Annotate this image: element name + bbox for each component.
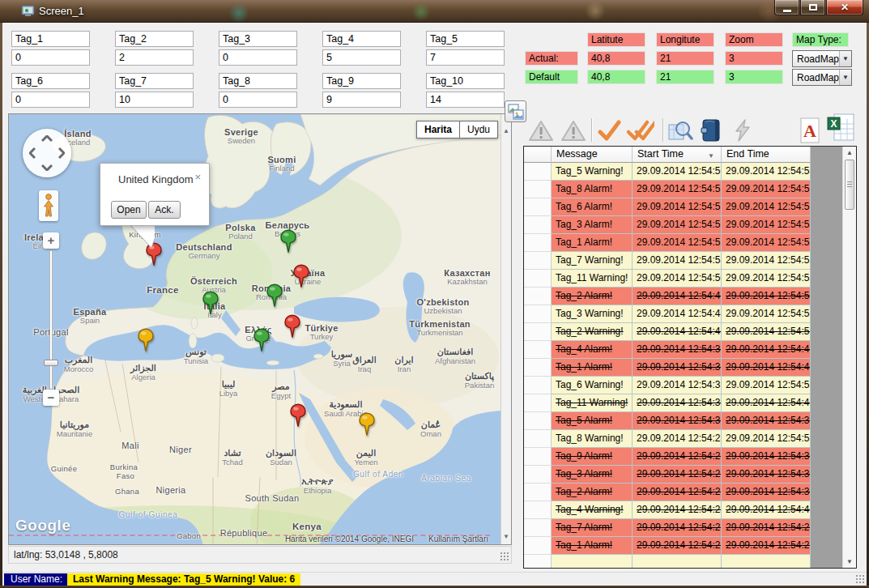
google-logo[interactable]: Google xyxy=(15,517,70,535)
table-row[interactable]: Tag_1 Alarm!29.09.2014 12:54:3829.09.201… xyxy=(524,359,811,377)
pan-left-icon[interactable] xyxy=(29,147,36,159)
pan-down-icon[interactable] xyxy=(41,164,53,171)
ack-warning-button[interactable] xyxy=(526,117,556,143)
tag-value-input[interactable] xyxy=(426,49,505,66)
close-button[interactable]: ✕ xyxy=(826,0,863,15)
table-row[interactable]: Tag_11 Warning!29.09.2014 12:54:5029.09.… xyxy=(524,270,811,288)
map-marker-romania[interactable] xyxy=(266,283,283,308)
tag-value-input[interactable] xyxy=(115,92,194,108)
tag-name-input[interactable] xyxy=(426,31,505,47)
export-image-button[interactable] xyxy=(505,100,526,122)
zoom-out-button[interactable]: − xyxy=(43,390,59,406)
table-row[interactable]: Tag_7 Warning!29.09.2014 12:54:5329.09.2… xyxy=(524,252,811,270)
table-row[interactable]: Tag_3 Warning!29.09.2014 12:54:4429.09.2… xyxy=(524,305,811,323)
map-marker-greece[interactable] xyxy=(253,328,270,352)
tag-value-input[interactable] xyxy=(426,92,505,108)
resize-grip[interactable] xyxy=(501,552,509,561)
font-style-button[interactable]: A xyxy=(798,117,822,143)
row-header-column[interactable] xyxy=(524,147,552,163)
map-marker-saudi-arabia[interactable] xyxy=(358,412,376,437)
info-window-close-icon[interactable]: × xyxy=(194,172,201,182)
table-row[interactable]: Tag_1 Alarm!29.09.2014 12:54:2229.09.201… xyxy=(524,537,811,555)
pan-right-icon[interactable] xyxy=(58,147,65,159)
scrollbar-thumb[interactable] xyxy=(845,160,854,210)
table-row[interactable]: Tag_8 Alarm!29.09.2014 12:54:5329.09.201… xyxy=(524,181,811,198)
map-type-satellite-button[interactable]: Uydu xyxy=(460,121,498,138)
table-row[interactable]: Tag_11 Warning!29.09.2014 12:54:3529.09.… xyxy=(524,394,811,412)
end-time-column-header[interactable]: End Time xyxy=(722,147,811,163)
table-row[interactable]: Tag_8 Warning!29.09.2014 12:54:2829.09.2… xyxy=(524,430,811,448)
tag-value-input[interactable] xyxy=(322,49,401,66)
scroll-down-icon[interactable]: ▼ xyxy=(843,556,856,568)
tag-name-input[interactable] xyxy=(322,31,401,47)
actual-map-type-select[interactable]: RoadMap ▼ xyxy=(792,50,852,67)
tag-value-input[interactable] xyxy=(219,49,297,66)
actual-longitude-field[interactable]: 21 xyxy=(656,51,714,66)
table-row[interactable]: Tag_9 Alarm!29.09.2014 12:54:2529.09.201… xyxy=(524,448,811,466)
log-book-button[interactable] xyxy=(696,117,726,143)
table-row[interactable]: Tag_5 Warning!29.09.2014 12:54:5629.09.2… xyxy=(524,163,811,181)
live-events-button[interactable] xyxy=(727,117,756,143)
tag-name-input[interactable] xyxy=(322,73,401,89)
map-marker-turkey[interactable] xyxy=(283,314,301,339)
message-column-header[interactable]: Message xyxy=(552,147,633,163)
actual-zoom-field[interactable]: 3 xyxy=(725,51,783,66)
zoom-slider-track[interactable] xyxy=(49,250,53,390)
table-row[interactable]: Tag_3 Alarm!29.09.2014 12:54:5329.09.201… xyxy=(524,216,811,234)
start-time-column-header[interactable]: Start Time▼ xyxy=(633,147,722,163)
table-row[interactable]: Tag_4 Alarm!29.09.2014 12:54:3829.09.201… xyxy=(524,341,811,359)
default-zoom-field[interactable]: 3 xyxy=(725,70,783,84)
table-row[interactable]: Tag_2 Alarm!29.09.2014 12:54:4729.09.201… xyxy=(524,288,811,305)
table-row[interactable]: Tag_5 Alarm!29.09.2014 12:54:3229.09.201… xyxy=(524,412,811,430)
tag-name-input[interactable] xyxy=(115,31,194,47)
zoom-in-button[interactable]: + xyxy=(43,232,59,249)
map-marker-ukraine[interactable] xyxy=(292,264,310,288)
default-latitude-field[interactable]: 40,8 xyxy=(587,70,645,84)
actual-latitude-field[interactable]: 40,8 xyxy=(587,51,645,66)
tag-value-input[interactable] xyxy=(322,92,401,108)
confirm-button[interactable] xyxy=(594,117,624,143)
tag-name-input[interactable] xyxy=(426,73,505,89)
map-marker-italy[interactable] xyxy=(202,291,219,315)
tag-value-input[interactable] xyxy=(11,92,90,108)
map-marker-belarus[interactable] xyxy=(279,229,297,254)
ack-all-warnings-button[interactable] xyxy=(559,117,588,143)
title-bar[interactable]: Screen_1 ✕ xyxy=(0,0,869,23)
map-pan-control[interactable] xyxy=(23,129,71,177)
ack-button[interactable]: Ack. xyxy=(148,201,181,219)
table-row[interactable]: Tag_7 Alarm!29.09.2014 12:54:2229.09.201… xyxy=(524,519,811,537)
table-row[interactable]: Tag_6 Alarm!29.09.2014 12:54:5329.09.201… xyxy=(524,198,811,216)
map-type-roadmap-button[interactable]: Harita xyxy=(416,121,460,138)
confirm-all-button[interactable] xyxy=(625,117,654,143)
tag-name-input[interactable] xyxy=(115,73,194,89)
table-row[interactable]: Tag_6 Warning!29.09.2014 12:54:3529.09.2… xyxy=(524,377,811,394)
tag-name-input[interactable] xyxy=(11,31,90,47)
minimize-button[interactable] xyxy=(774,0,799,15)
tag-value-input[interactable] xyxy=(115,49,194,66)
table-vertical-scrollbar[interactable]: ▲ ▼ xyxy=(842,147,856,568)
table-row[interactable]: Tag_4 Warning!29.09.2014 12:54:2529.09.2… xyxy=(524,501,811,519)
default-map-type-select[interactable]: RoadMap ▼ xyxy=(792,69,852,86)
scroll-up-icon[interactable]: ▲ xyxy=(501,127,511,135)
resize-grip[interactable] xyxy=(856,575,865,584)
default-longitude-field[interactable]: 21 xyxy=(656,70,714,84)
search-history-button[interactable] xyxy=(666,117,695,143)
tag-name-input[interactable] xyxy=(219,31,297,47)
map-marker-spain[interactable] xyxy=(137,328,155,352)
open-button[interactable]: Open xyxy=(111,201,147,219)
scroll-up-icon[interactable]: ▲ xyxy=(843,147,856,159)
map-vertical-scrollbar[interactable]: ▲ ▼ xyxy=(501,114,511,544)
excel-export-button[interactable]: X xyxy=(824,114,857,140)
street-view-pegman[interactable] xyxy=(39,190,58,221)
zoom-slider-thumb[interactable] xyxy=(44,360,58,366)
map-marker-egypt[interactable] xyxy=(289,403,307,428)
table-row[interactable]: Tag_1 Alarm!29.09.2014 12:54:5329.09.201… xyxy=(524,234,811,252)
tag-value-input[interactable] xyxy=(219,92,297,108)
maximize-button[interactable] xyxy=(800,0,825,15)
tag-name-input[interactable] xyxy=(11,73,90,89)
terms-link[interactable]: Kullanım Şartları xyxy=(428,535,488,543)
table-row[interactable]: Tag_2 Warning!29.09.2014 12:54:4129.09.2… xyxy=(524,323,811,341)
pan-up-icon[interactable] xyxy=(41,135,53,142)
table-row[interactable]: Tag_3 Alarm!29.09.2014 12:54:2529.09.201… xyxy=(524,466,811,484)
scroll-down-icon[interactable]: ▼ xyxy=(501,533,511,541)
